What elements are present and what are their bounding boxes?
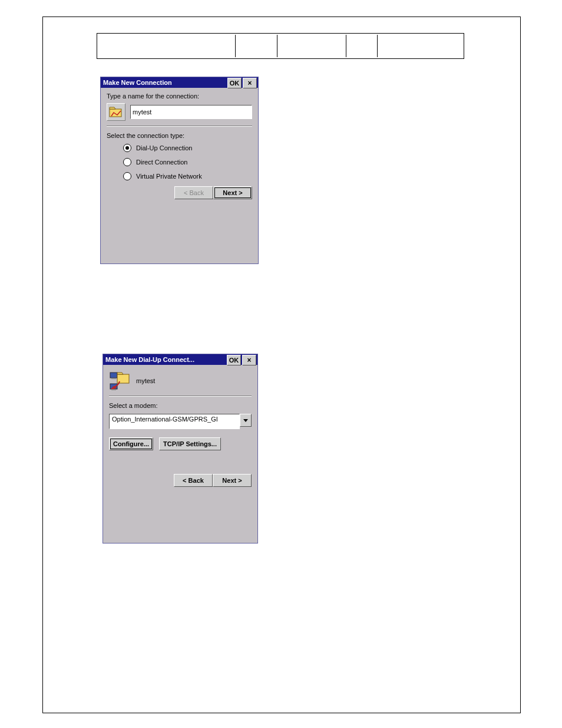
radio-dialup[interactable]: Dial-Up Connection bbox=[123, 144, 252, 152]
next-button[interactable]: Next > bbox=[213, 186, 252, 199]
titlebar-buttons: OK × bbox=[227, 354, 257, 365]
close-button[interactable]: × bbox=[242, 355, 256, 365]
radio-label: Virtual Private Network bbox=[136, 173, 202, 180]
chevron-down-icon[interactable] bbox=[240, 414, 252, 427]
select-modem-label: Select a modem: bbox=[109, 402, 252, 409]
ok-label: OK bbox=[229, 357, 239, 364]
ok-button[interactable]: OK bbox=[227, 355, 241, 365]
connection-name-input[interactable] bbox=[130, 105, 252, 119]
header-table bbox=[97, 33, 464, 59]
make-new-connection-dialog: Make New Connection OK × Type a name for… bbox=[100, 77, 259, 264]
separator bbox=[107, 126, 252, 126]
dialog-title: Make New Dial-Up Connect... bbox=[105, 356, 227, 363]
radio-icon bbox=[123, 158, 131, 166]
connection-name-label: mytest bbox=[136, 377, 155, 384]
titlebar-buttons: OK × bbox=[227, 77, 258, 88]
separator bbox=[109, 396, 252, 396]
radio-label: Direct Connection bbox=[136, 159, 187, 166]
tcpip-settings-button[interactable]: TCP/IP Settings... bbox=[159, 437, 221, 450]
name-label: Type a name for the connection: bbox=[107, 93, 252, 100]
svg-marker-1 bbox=[110, 107, 115, 109]
back-button: < Back bbox=[174, 186, 213, 199]
close-button[interactable]: × bbox=[243, 78, 257, 88]
radio-icon bbox=[123, 172, 131, 180]
ok-label: OK bbox=[230, 80, 240, 87]
dialog-title: Make New Connection bbox=[103, 79, 227, 86]
radio-icon bbox=[123, 144, 131, 152]
modem-select-value: Option_International-GSM/GPRS_GI bbox=[109, 414, 240, 429]
dialog-body: Type a name for the connection: Select t… bbox=[101, 88, 258, 199]
nav-buttons: < Back Next > bbox=[109, 474, 252, 487]
back-button[interactable]: < Back bbox=[174, 474, 213, 487]
next-button[interactable]: Next > bbox=[213, 474, 252, 487]
config-buttons: Configure... TCP/IP Settings... bbox=[109, 437, 252, 450]
configure-button[interactable]: Configure... bbox=[109, 437, 153, 450]
radio-direct[interactable]: Direct Connection bbox=[123, 158, 252, 166]
name-row bbox=[107, 103, 252, 121]
header-cell bbox=[98, 35, 234, 57]
make-new-dialup-dialog: Make New Dial-Up Connect... OK × bbox=[103, 354, 258, 543]
header-cell bbox=[235, 35, 276, 57]
document-page: Make New Connection OK × Type a name for… bbox=[0, 0, 562, 728]
title-bar[interactable]: Make New Dial-Up Connect... OK × bbox=[103, 354, 257, 365]
modem-icon bbox=[109, 371, 131, 391]
modem-select[interactable]: Option_International-GSM/GPRS_GI bbox=[109, 414, 252, 429]
svg-marker-7 bbox=[117, 373, 123, 374]
ok-button[interactable]: OK bbox=[227, 78, 242, 88]
radio-label: Dial-Up Connection bbox=[136, 144, 192, 151]
title-bar[interactable]: Make New Connection OK × bbox=[101, 77, 258, 88]
name-row: mytest bbox=[109, 371, 252, 391]
connection-folder-icon bbox=[107, 103, 125, 121]
svg-rect-5 bbox=[111, 389, 116, 390]
header-cell bbox=[346, 35, 376, 57]
svg-rect-2 bbox=[110, 373, 117, 378]
header-cell bbox=[377, 35, 462, 57]
svg-rect-3 bbox=[111, 378, 116, 379]
header-cell bbox=[277, 35, 345, 57]
radio-vpn[interactable]: Virtual Private Network bbox=[123, 172, 252, 180]
dialog-body: mytest Select a modem: Option_Internatio… bbox=[103, 365, 257, 487]
nav-buttons: < Back Next > bbox=[107, 186, 252, 199]
select-type-label: Select the connection type: bbox=[107, 132, 252, 139]
close-icon: × bbox=[247, 79, 252, 87]
close-icon: × bbox=[247, 356, 251, 364]
